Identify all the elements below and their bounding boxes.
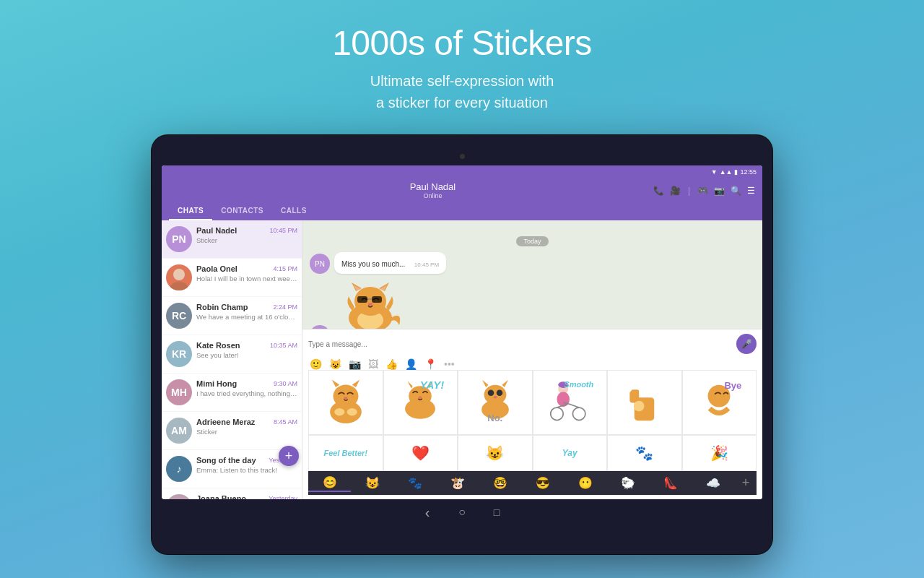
- sticker-icon-nerd[interactable]: 🤓: [479, 475, 521, 491]
- chat-item-paul-nadel[interactable]: PN Paul Nadel 10:45 PM Sticker: [162, 220, 302, 259]
- sticker-icon-sheep[interactable]: 🐑: [607, 475, 650, 491]
- page-header: 1000s of Stickers Ultimate self-expressi…: [332, 23, 592, 113]
- sticker-cell-no[interactable]: No.: [458, 370, 533, 435]
- no-label: No.: [487, 413, 502, 423]
- sticker-cell-thumbs[interactable]: [607, 370, 682, 435]
- tab-chats[interactable]: CHATS: [169, 202, 212, 220]
- sticker-cell2-cat2[interactable]: 😺: [458, 435, 533, 471]
- user-status: Online: [212, 192, 653, 199]
- sticker-cell2-feel-better[interactable]: Feel Better!: [308, 435, 383, 471]
- camera-icon[interactable]: 📷: [714, 186, 725, 196]
- sticker-message: 10:45 PM: [334, 278, 406, 329]
- chat-time: 4:15 PM: [273, 265, 297, 272]
- video-icon[interactable]: 🎥: [670, 186, 681, 196]
- input-icons: 🙂 😺 📷 🖼 👍 👤 📍 •••: [308, 358, 757, 370]
- sticker-icon-cow[interactable]: 🐮: [436, 475, 479, 491]
- chat-item-joana-bueno[interactable]: JB Joana Bueno Yesterday You have to wat…: [162, 488, 302, 499]
- chat-name: Robin Champ: [196, 303, 248, 311]
- sticker-cell-cat-happy[interactable]: [308, 370, 383, 435]
- chat-item-mimi-hong[interactable]: MH Mimi Hong 9:30 AM I have tried everyt…: [162, 374, 302, 412]
- chat-time: 2:24 PM: [273, 303, 297, 311]
- message-input[interactable]: [308, 340, 732, 348]
- sticker-icon-blank[interactable]: 😶: [565, 475, 607, 491]
- location-icon[interactable]: 📍: [424, 358, 437, 370]
- person-icon[interactable]: 👤: [405, 358, 417, 370]
- sticker-cell2-heart[interactable]: ❤️: [383, 435, 458, 471]
- svg-line-38: [569, 404, 580, 407]
- sticker-message-row: PN: [310, 278, 755, 329]
- svg-point-35: [551, 407, 564, 420]
- chat-info-paul-nadel: Paul Nadel 10:45 PM Sticker: [196, 226, 297, 244]
- sticker-icon[interactable]: 😺: [329, 358, 341, 370]
- sticker-icon-emoji[interactable]: 😊: [308, 474, 351, 492]
- mic-button[interactable]: 🎤: [736, 334, 757, 354]
- sticker-add-button[interactable]: +: [735, 475, 757, 491]
- svg-marker-16: [352, 380, 360, 388]
- svg-point-29: [487, 390, 494, 397]
- tab-contacts[interactable]: CONTACTS: [212, 202, 272, 220]
- sticker-tray: YAY!: [308, 370, 757, 495]
- svg-marker-15: [332, 380, 340, 388]
- sticker-cell-yay[interactable]: YAY!: [383, 370, 458, 435]
- sticker-cell2-extra[interactable]: 🎉: [682, 435, 757, 471]
- chat-item-kate-rosen[interactable]: KR Kate Rosen 10:35 AM See you later!: [162, 335, 302, 374]
- sticker-icon-heel[interactable]: 👠: [650, 475, 692, 491]
- sticker-icons-row: 😊 😺 🐾 🐮 🤓 😎 😶 🐑 👠: [308, 471, 757, 495]
- sticker-cell-smooth[interactable]: Smooth: [533, 370, 608, 435]
- home-nav-button[interactable]: [456, 506, 468, 519]
- avatar-paola-onel: [166, 264, 192, 290]
- sticker-icon-cloud[interactable]: ☁️: [692, 475, 735, 491]
- recent-nav-button[interactable]: [490, 506, 503, 519]
- camera-dot: [460, 154, 465, 159]
- tablet-bottom-bar: [162, 499, 762, 525]
- incoming-message-row: PN Miss you so much... 10:45 PM: [310, 252, 755, 274]
- tablet-top-bar: [162, 150, 762, 163]
- chat-item-robin-champ[interactable]: RC Robin Champ 2:24 PM We have a meeting…: [162, 297, 302, 335]
- user-name: Paul Nadal: [212, 181, 653, 192]
- smooth-label: Smooth: [564, 380, 593, 389]
- chat-input-area: 🎤 🙂 😺 📷 🖼 👍 👤 📍: [302, 329, 762, 499]
- message-timestamp: 10:45 PM: [414, 262, 439, 268]
- search-icon[interactable]: 🔍: [731, 186, 741, 196]
- chat-item-adrieene-meraz[interactable]: AM Adrieene Meraz 8:45 AM Sticker: [162, 412, 302, 450]
- svg-rect-42: [631, 389, 639, 394]
- svg-point-43: [634, 401, 645, 412]
- chat-preview: Sticker: [196, 428, 297, 436]
- msg-avatar: PN: [310, 254, 330, 274]
- menu-icon[interactable]: ☰: [747, 186, 755, 196]
- new-chat-fab[interactable]: +: [279, 446, 299, 466]
- svg-point-9: [368, 303, 372, 306]
- back-nav-button[interactable]: [421, 506, 434, 519]
- chat-time: 8:45 AM: [274, 418, 297, 426]
- chat-name: Kate Rosen: [196, 341, 240, 350]
- sticker-cell2-more[interactable]: 🐾: [607, 435, 682, 471]
- app-container: ▼ ▲▲ ▮ 12:55 Paul Nadal Online: [162, 165, 762, 499]
- tab-calls[interactable]: CALLS: [272, 202, 315, 220]
- sticker-icon-paw[interactable]: 🐾: [393, 475, 436, 491]
- battery-icon: ▮: [734, 168, 738, 176]
- sticker-icon-cat1[interactable]: 😺: [351, 475, 393, 491]
- sticker-cat-svg: [334, 278, 406, 329]
- svg-point-18: [334, 408, 344, 416]
- sticker-icon-cool[interactable]: 😎: [521, 475, 564, 491]
- like-icon[interactable]: 👍: [385, 358, 398, 370]
- emoji-icon[interactable]: 🙂: [310, 358, 322, 370]
- svg-marker-27: [482, 380, 489, 387]
- svg-point-19: [347, 408, 357, 416]
- sticker-cat-happy: [321, 377, 371, 428]
- sticker-row-1: YAY!: [308, 370, 757, 435]
- chat-preview: We have a meeting at 16 o'clock...: [196, 313, 297, 321]
- sticker-cell2-yay2[interactable]: Yay: [533, 435, 608, 471]
- phone-icon[interactable]: 📞: [653, 186, 664, 196]
- message-bubble: Miss you so much... 10:45 PM: [334, 252, 446, 274]
- game-icon[interactable]: 🎮: [697, 186, 708, 196]
- app-topbar: ▼ ▲▲ ▮ 12:55 Paul Nadal Online: [162, 165, 762, 220]
- more-icon[interactable]: •••: [444, 358, 455, 370]
- camera-input-icon[interactable]: 📷: [349, 358, 361, 370]
- image-icon[interactable]: 🖼: [368, 358, 378, 370]
- sticker-cell-bye[interactable]: Bye: [682, 370, 757, 435]
- chat-item-paola-onel[interactable]: Paola Onel 4:15 PM Hola! I will be in to…: [162, 259, 302, 297]
- chat-preview: Emma: Listen to this track!: [196, 466, 297, 474]
- avatar-paul-nadel: PN: [166, 226, 192, 252]
- avatar-joana-bueno: JB: [166, 494, 192, 499]
